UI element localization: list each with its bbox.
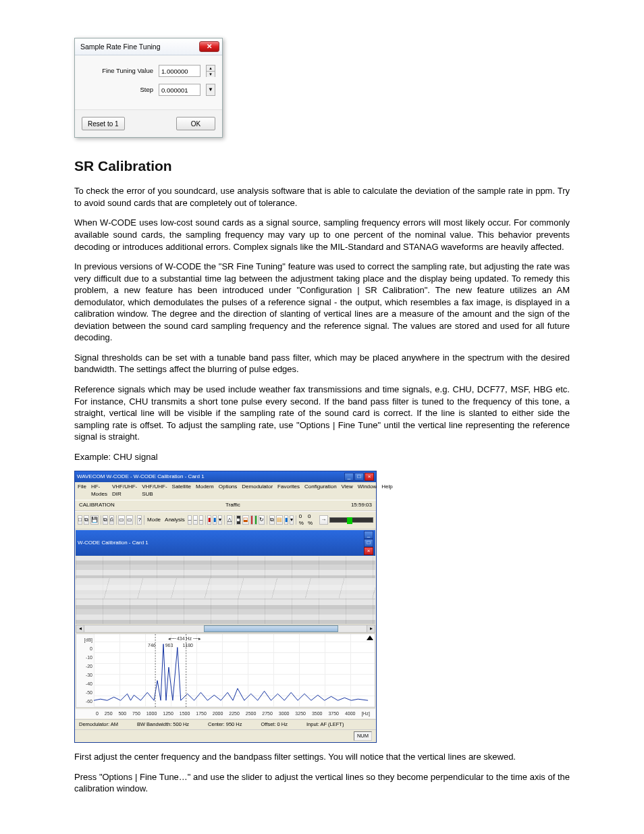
axis-tick: 3750 — [328, 710, 339, 716]
paragraph: In previous versions of W-CODE the "SR F… — [74, 261, 570, 344]
menu-item[interactable]: Configuration — [304, 484, 337, 498]
tool-icon[interactable]: – — [188, 515, 192, 525]
open-icon[interactable]: ⧉ — [84, 515, 89, 525]
axis-tick: 0 — [96, 710, 99, 716]
menu-item[interactable]: Options — [219, 484, 238, 498]
status-center: Center: 950 Hz — [208, 721, 242, 728]
calibration-waterfall — [76, 556, 375, 624]
sample-rate-dialog: Sample Rate Fine Tuning ✕ Fine Tuning Va… — [74, 38, 223, 138]
tool-icon[interactable]: ■ — [236, 515, 241, 525]
tool-icon[interactable]: ▮ — [284, 515, 288, 525]
scroll-right-icon[interactable]: ▸ — [367, 625, 375, 632]
menu-item[interactable]: VHF/UHF-SUB — [142, 484, 167, 498]
paragraph: To check the error of you soundcard, use… — [74, 185, 570, 209]
axis-tick: 4000 — [345, 710, 356, 716]
tool-icon[interactable]: – — [199, 515, 203, 525]
ok-button[interactable]: OK — [176, 117, 215, 130]
paragraph: Signal thresholds can be set with a tuna… — [74, 352, 570, 375]
axis-tick: 500 — [118, 710, 126, 716]
axis-tick: 2500 — [246, 710, 257, 716]
close-icon[interactable]: × — [365, 473, 374, 481]
scroll-left-icon[interactable]: ◂ — [76, 625, 84, 632]
clock: 15:59:03 — [350, 502, 373, 509]
menu-item[interactable]: File — [78, 484, 86, 498]
tool-icon[interactable]: ▮ — [213, 515, 217, 525]
paragraph: Reference signals which may be used incl… — [74, 384, 570, 443]
status-offset: Offset: 0 Hz — [261, 721, 288, 728]
fine-tuning-spinner[interactable]: ▲ ▼ — [206, 65, 215, 77]
axis-tick: [Hz] — [361, 710, 369, 716]
menu-item[interactable]: Favorites — [277, 484, 300, 498]
print-icon[interactable]: ⎙ — [109, 515, 114, 525]
axis-tick: 0 — [90, 646, 92, 652]
refresh-icon[interactable]: ↻ — [259, 515, 265, 525]
y-axis: [dB] 0 -10 -20 -30 -40 -50 -60 — [76, 634, 94, 707]
minimize-icon[interactable]: _ — [344, 473, 354, 481]
app-title: WAVECOM W-CODE - W-CODE Calibration - Ca… — [77, 473, 205, 481]
spectrum-plot: [dB] 0 -10 -20 -30 -40 -50 -60 ◂── 434 H… — [76, 633, 375, 708]
save-icon[interactable]: 💾 — [90, 515, 99, 525]
minimize-icon[interactable]: _ — [364, 531, 373, 539]
step-label: Step — [140, 86, 153, 95]
spectrum-trace — [94, 634, 375, 707]
tool-icon[interactable]: △ — [227, 515, 232, 525]
status-bandwidth: BW Bandwidth: 500 Hz — [137, 721, 189, 728]
chevron-up-icon[interactable]: ▲ — [207, 66, 215, 72]
axis-tick: 3250 — [295, 710, 306, 716]
maximize-icon[interactable]: □ — [354, 473, 364, 481]
chevron-down-icon[interactable]: ▾ — [290, 515, 294, 525]
chevron-down-icon[interactable]: ▼ — [207, 72, 215, 77]
axis-tick: 1500 — [180, 710, 190, 716]
x-axis: 0 250 500 750 1000 1250 1500 1750 2000 2… — [76, 708, 375, 718]
tool-icon[interactable]: ▮ — [207, 515, 211, 525]
fine-tuning-label: Fine Tuning Value — [102, 67, 153, 76]
arrow-right-icon[interactable]: → — [319, 515, 328, 525]
menu-item[interactable]: Modem — [196, 484, 214, 498]
fine-tuning-input[interactable] — [159, 65, 200, 77]
maximize-icon[interactable]: □ — [364, 539, 373, 547]
axis-tick: -60 — [86, 698, 92, 704]
new-icon[interactable]: □ — [78, 515, 82, 525]
mode-label[interactable]: Mode — [146, 517, 162, 524]
menu-item[interactable]: Demodulator — [242, 484, 273, 498]
paragraph: Press "Options | Fine Tune…" and use the… — [74, 771, 570, 795]
chevron-down-icon[interactable]: ▾ — [218, 515, 222, 525]
step-input[interactable] — [159, 84, 200, 96]
analysis-label[interactable]: Analysis — [163, 517, 186, 524]
tool-icon[interactable]: ▭ — [126, 515, 133, 525]
menubar: File HF-Modes VHF/UHF-DIR VHF/UHF-SUB Sa… — [75, 482, 376, 500]
horizontal-scrollbar[interactable]: ◂ ▸ — [76, 625, 375, 633]
tool-icon[interactable]: ⧉ — [269, 515, 275, 525]
inner-titlebar: W-CODE Calibration - Card 1 _ □ × — [76, 530, 375, 556]
tool-icon[interactable]: ▭ — [118, 515, 125, 525]
close-icon[interactable]: × — [364, 547, 373, 555]
tool-icon[interactable] — [254, 515, 257, 525]
menu-item[interactable]: Satellite — [172, 484, 191, 498]
scrollbar-thumb[interactable] — [204, 625, 338, 632]
close-icon[interactable]: ✕ — [199, 41, 219, 52]
status-input: Input: AF (LEFT) — [306, 721, 344, 728]
axis-tick: -50 — [86, 689, 92, 696]
axis-tick: -30 — [86, 672, 92, 678]
copy-icon[interactable]: ⧉ — [103, 515, 108, 525]
dialog-title: Sample Rate Fine Tuning — [80, 42, 160, 51]
tool-icon[interactable]: ⬓ — [242, 515, 249, 525]
tool-icon[interactable]: – — [193, 515, 197, 525]
menu-item[interactable]: Window — [358, 484, 377, 498]
inner-title: W-CODE Calibration - Card 1 — [78, 540, 149, 547]
status-bar: Demodulator: AM BW Bandwidth: 500 Hz Cen… — [75, 719, 376, 729]
help-icon[interactable]: ? — [137, 515, 141, 525]
menu-item[interactable]: View — [342, 484, 353, 498]
tool-icon[interactable]: ▤ — [276, 515, 283, 525]
section-heading: SR Calibration — [74, 157, 570, 176]
menu-item[interactable]: Help — [381, 484, 392, 498]
axis-tick: 2750 — [262, 710, 273, 716]
reset-button[interactable]: Reset to 1 — [82, 117, 125, 130]
step-dropdown-arrow[interactable]: ▼ — [206, 84, 215, 96]
traffic-label: Traffic — [224, 502, 242, 509]
plot-canvas: ◂── 434 Hz ──▸ 746 963 1180 — [94, 634, 375, 707]
pct2-label: 0 % — [306, 513, 318, 528]
tool-icon[interactable] — [250, 515, 253, 525]
menu-item[interactable]: HF-Modes — [91, 484, 107, 498]
menu-item[interactable]: VHF/UHF-DIR — [112, 484, 137, 498]
